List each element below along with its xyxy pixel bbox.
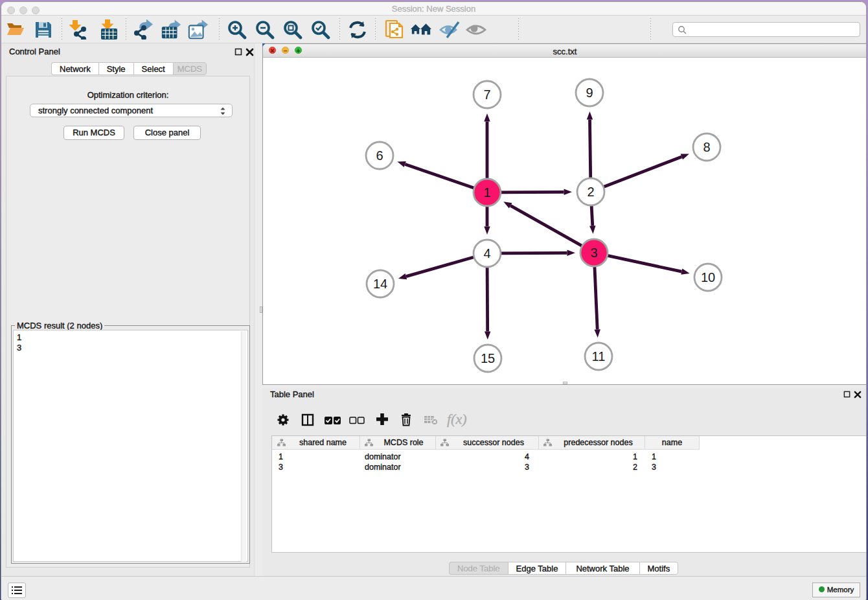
- svg-text:11: 11: [592, 349, 606, 363]
- svg-text:2: 2: [587, 185, 594, 199]
- svg-text:7: 7: [483, 87, 490, 102]
- svg-text:8: 8: [703, 140, 710, 154]
- svg-text:1: 1: [483, 185, 490, 200]
- svg-text:3: 3: [590, 246, 597, 260]
- svg-text:14: 14: [373, 277, 387, 291]
- svg-text:6: 6: [376, 148, 383, 163]
- svg-text:9: 9: [586, 86, 593, 100]
- svg-text:15: 15: [481, 351, 495, 365]
- svg-text:10: 10: [701, 270, 715, 284]
- svg-text:4: 4: [483, 246, 490, 260]
